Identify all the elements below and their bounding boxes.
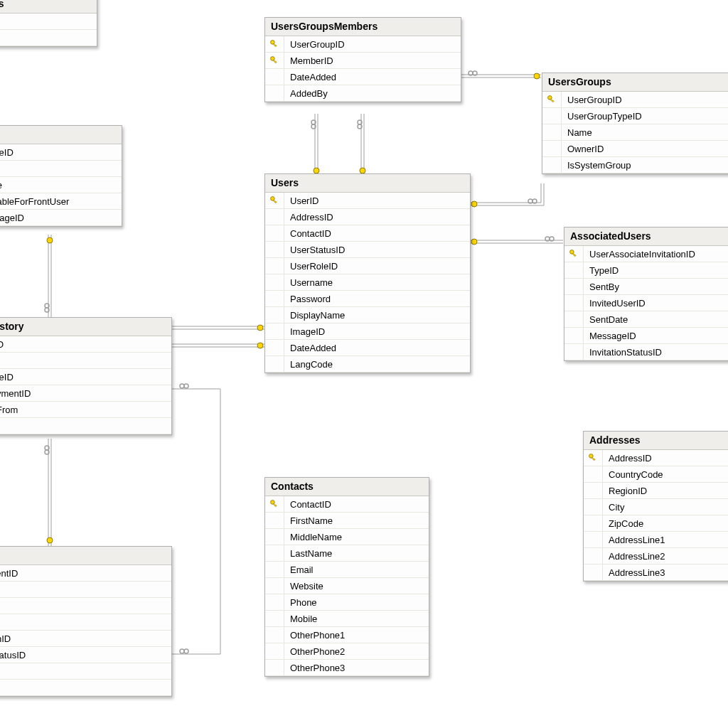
column-row[interactable]: MemberID [265, 53, 461, 69]
column-row[interactable]: UserGroupID [265, 36, 461, 53]
blank-cell [542, 124, 562, 140]
column-row[interactable]: ImageID [265, 323, 470, 340]
column-row[interactable]: CountryCode [584, 466, 728, 483]
table-title: AssociatedUsers [564, 228, 728, 246]
column-row[interactable]: InvitedUserID [564, 295, 728, 311]
svg-point-5 [314, 168, 319, 173]
table-title: rsStatuses [0, 0, 97, 14]
column-row[interactable]: City [584, 499, 728, 515]
column-row[interactable]: LastName [265, 545, 429, 562]
column-row[interactable]: By [0, 582, 171, 598]
column-row[interactable]: DateAdded [265, 69, 461, 85]
column-row[interactable]: OtherPhone1 [265, 627, 429, 643]
column-row[interactable]: Password [265, 291, 470, 307]
column-row[interactable]: AddressID [584, 450, 728, 466]
pk-cell [584, 450, 603, 466]
column-row[interactable]: AddressID [265, 209, 470, 225]
column-row[interactable]: UserGroupTypeID [542, 108, 728, 124]
column-name: UserGroupID [562, 95, 628, 105]
table-users-groups[interactable]: UsersGroups UserGroupIDUserGroupTypeIDNa… [542, 73, 728, 174]
column-row[interactable]: UserAssociateInvitationID [564, 246, 728, 262]
column-row[interactable]: AddressLine1 [584, 532, 728, 548]
column-row[interactable]: IsSystemGroup [542, 157, 728, 173]
column-row[interactable]: ContactID [265, 225, 470, 242]
column-row[interactable]: sAvailableForFrontUser [0, 193, 122, 210]
column-row[interactable]: Date [0, 598, 171, 614]
column-row[interactable]: ame [0, 30, 97, 46]
blank-cell [265, 242, 284, 257]
column-row[interactable]: nRoleFrom [0, 402, 171, 418]
column-row[interactable]: TypeID [564, 262, 728, 279]
column-row[interactable]: PaymentID [0, 565, 171, 582]
table-users-roles-history[interactable]: rsRolesHistory istoryIDserIDserRoleIDser… [0, 317, 172, 435]
column-row[interactable]: UserRoleID [265, 258, 470, 274]
column-row[interactable]: AddedBy [265, 85, 461, 102]
column-name: TypeID [584, 265, 624, 276]
svg-point-4 [311, 124, 316, 129]
column-row[interactable]: xpired [0, 418, 171, 434]
column-name: ContactID [284, 228, 337, 239]
column-row[interactable]: Mobile [265, 611, 429, 627]
column-row[interactable]: InvitationStatusID [564, 344, 728, 360]
column-name: AddressID [603, 453, 658, 464]
column-row[interactable]: OwnerID [542, 141, 728, 157]
column-row[interactable]: AddressLine2 [584, 548, 728, 564]
column-row[interactable]: DateAdded [265, 340, 470, 356]
column-row[interactable]: Name [542, 124, 728, 141]
column-row[interactable]: LangCode [265, 356, 470, 373]
column-row[interactable]: ZipCode [584, 515, 728, 532]
column-row[interactable]: ame [0, 161, 122, 177]
column-row[interactable]: UserID [265, 193, 470, 209]
column-row[interactable]: sactionID [0, 631, 171, 647]
column-row[interactable]: RegionID [584, 483, 728, 499]
column-row[interactable]: Website [265, 578, 429, 594]
column-row[interactable]: argetPageID [0, 210, 122, 226]
column-row[interactable]: UserStatusID [265, 242, 470, 258]
table-contacts[interactable]: Contacts ContactIDFirstNameMiddleNameLas… [264, 477, 429, 677]
column-row[interactable]: serPaymentID [0, 385, 171, 402]
column-row[interactable]: SentBy [564, 279, 728, 295]
column-row[interactable]: ContactID [265, 496, 429, 513]
column-row[interactable]: Email [265, 562, 429, 578]
column-row[interactable]: ments [0, 680, 171, 696]
table-users-groups-members[interactable]: UsersGroupsMembers UserGroupIDMemberIDDa… [264, 17, 461, 102]
column-name: ZipCode [603, 518, 649, 529]
column-row[interactable]: SentDate [564, 311, 728, 328]
column-row[interactable]: istoryID [0, 336, 171, 353]
column-name: UserAssociateInvitationID [584, 249, 701, 259]
table-users-statuses[interactable]: rsStatuses atusIDame [0, 0, 97, 47]
blank-cell [542, 157, 562, 173]
column-row[interactable]: AddressLine3 [584, 564, 728, 581]
column-row[interactable]: sActive [0, 177, 122, 193]
column-row[interactable]: FirstName [265, 513, 429, 529]
column-row[interactable]: serRoleID [0, 144, 122, 161]
column-name: serRoleID [0, 147, 19, 158]
table-users-roles[interactable]: rsRoles serRoleIDamesActivesAvailableFor… [0, 125, 122, 227]
table-users[interactable]: Users UserIDAddressIDContactIDUserStatus… [264, 173, 471, 373]
column-row[interactable]: unt [0, 614, 171, 631]
table-payments[interactable]: Payments PaymentIDByDateuntsactionIDnent… [0, 546, 172, 697]
column-name: City [603, 502, 630, 513]
column-row[interactable]: MessageID [564, 328, 728, 344]
svg-point-12 [545, 237, 550, 241]
column-row[interactable]: serRoleID [0, 369, 171, 385]
blank-cell [564, 328, 584, 343]
column-row[interactable]: Username [265, 274, 470, 291]
column-name: Phone [284, 597, 323, 608]
column-row[interactable]: nentStatusID [0, 647, 171, 663]
column-row[interactable]: OtherPhone3 [265, 660, 429, 676]
blank-cell [265, 562, 284, 577]
table-addresses[interactable]: Addresses AddressIDCountryCodeRegionIDCi… [583, 431, 728, 582]
column-name: istoryID [0, 339, 9, 350]
svg-point-16 [45, 304, 49, 308]
column-row[interactable]: DisplayName [265, 307, 470, 323]
column-row[interactable]: atusID [0, 14, 97, 30]
table-associated-users[interactable]: AssociatedUsers UserAssociateInvitationI… [564, 227, 728, 361]
column-row[interactable]: Phone [265, 594, 429, 611]
column-row[interactable]: ription [0, 663, 171, 680]
column-row[interactable]: serID [0, 353, 171, 369]
column-name: nRoleFrom [0, 405, 23, 415]
column-row[interactable]: UserGroupID [542, 92, 728, 108]
column-row[interactable]: OtherPhone2 [265, 643, 429, 660]
column-row[interactable]: MiddleName [265, 529, 429, 545]
